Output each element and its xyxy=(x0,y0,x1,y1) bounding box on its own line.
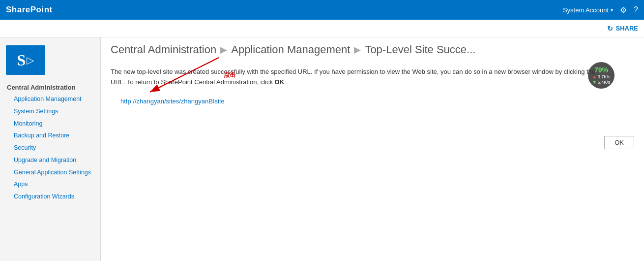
sidebar-item-app-management[interactable]: Application Management xyxy=(0,93,100,105)
download-arrow-icon: ▼ xyxy=(592,80,597,85)
top-bar: SharePoint System Account ▾ ⚙ ? xyxy=(0,0,644,20)
second-bar: ↻ SHARE xyxy=(0,20,644,37)
upload-speed: 3.7K/s xyxy=(598,74,611,79)
sidebar-item-apps[interactable]: Apps xyxy=(0,178,100,191)
ok-button[interactable]: OK xyxy=(604,136,634,149)
system-account-button[interactable]: System Account ▾ xyxy=(563,6,613,14)
download-row: ▼ 5.4K/s xyxy=(592,80,610,85)
download-speed: 5.4K/s xyxy=(598,80,611,85)
breadcrumb-sep-2: ▶ xyxy=(354,44,361,55)
period-text: . xyxy=(286,78,288,86)
dropdown-caret-icon: ▾ xyxy=(611,7,613,13)
ok-button-area: OK xyxy=(604,136,634,149)
breadcrumb-item-2: Application Management xyxy=(231,43,350,56)
annotation-area: http://zhangyan/sites/zhangyanBIsite 点击 xyxy=(111,95,644,105)
sidebar-item-upgrade-migration[interactable]: Upgrade and Migration xyxy=(0,154,100,166)
top-bar-left: SharePoint xyxy=(6,5,53,15)
help-icon[interactable]: ? xyxy=(634,5,638,14)
sp-logo-arrow: ▷ xyxy=(27,54,34,66)
main-layout: S ▷ Central Administration Application M… xyxy=(0,37,644,261)
upload-row: ▲ 3.7K/s xyxy=(592,74,610,79)
sp-logo-s: S xyxy=(17,51,26,69)
sharepoint-logo: SharePoint xyxy=(6,5,53,15)
breadcrumb: Central Administration ▶ Application Man… xyxy=(101,37,644,60)
share-button[interactable]: ↻ SHARE xyxy=(607,25,638,33)
breadcrumb-sep-1: ▶ xyxy=(220,44,227,55)
network-percent: 79% xyxy=(594,66,608,74)
sidebar-item-config-wizards[interactable]: Configuration Wizards xyxy=(0,191,100,203)
content-area: Central Administration ▶ Application Man… xyxy=(101,37,644,261)
ok-inline-text: OK xyxy=(275,78,285,86)
site-url-link[interactable]: http://zhangyan/sites/zhangyanBIsite xyxy=(120,98,225,105)
sidebar-section-title[interactable]: Central Administration xyxy=(0,82,100,93)
breadcrumb-item-1: Central Administration xyxy=(111,43,216,56)
sidebar-item-monitoring[interactable]: Monitoring xyxy=(0,118,100,130)
system-account-label: System Account xyxy=(563,6,609,14)
sidebar: S ▷ Central Administration Application M… xyxy=(0,37,101,261)
network-widget: 79% ▲ 3.7K/s ▼ 5.4K/s xyxy=(588,62,615,89)
sidebar-item-security[interactable]: Security xyxy=(0,142,100,154)
share-label: SHARE xyxy=(615,25,638,32)
upload-arrow-icon: ▲ xyxy=(592,74,597,79)
sharepoint-sidebar-logo: S ▷ xyxy=(6,45,45,75)
sidebar-item-general-app-settings[interactable]: General Application Settings xyxy=(0,166,100,179)
click-annotation: 点击 xyxy=(224,71,235,79)
message-area: The new top-level site was created succe… xyxy=(101,60,617,93)
sidebar-item-backup-restore[interactable]: Backup and Restore xyxy=(0,130,100,142)
sidebar-item-system-settings[interactable]: System Settings xyxy=(0,105,100,118)
message-text: The new top-level site was created succe… xyxy=(111,68,595,86)
top-bar-right: System Account ▾ ⚙ ? xyxy=(563,5,638,15)
breadcrumb-item-3: Top-Level Site Succe... xyxy=(365,43,475,56)
gear-icon[interactable]: ⚙ xyxy=(620,5,627,15)
share-icon: ↻ xyxy=(607,25,613,33)
